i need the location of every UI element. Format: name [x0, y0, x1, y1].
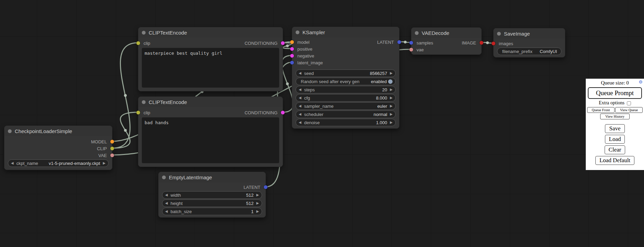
height-widget[interactable]: ◀ height 512 ▶ [162, 199, 262, 207]
input-label: positive [297, 47, 312, 52]
node-title-bar[interactable]: EmptyLatentImage [159, 172, 265, 182]
vae-port[interactable] [409, 48, 413, 52]
decrement-arrow-icon[interactable]: ◀ [165, 193, 168, 197]
input-slot-latent-image: latent_image [292, 59, 399, 66]
random-seed-toggle[interactable]: Random seed after every gen enabled [296, 78, 396, 85]
image-port[interactable] [480, 41, 483, 45]
load-default-button[interactable]: Load Default [595, 156, 634, 165]
decrement-arrow-icon[interactable]: ◀ [299, 113, 301, 116]
decrement-arrow-icon[interactable]: ◀ [299, 88, 301, 91]
cfg-widget[interactable]: ◀ cfg 8.000 ▶ [296, 94, 396, 102]
comfy-menu-panel: Queue size: 0 ⚙ Queue Prompt Extra optio… [586, 79, 644, 170]
vae-port[interactable] [110, 154, 114, 157]
increment-arrow-icon[interactable]: ▶ [390, 121, 393, 124]
toggle-knob-icon[interactable] [388, 79, 393, 84]
node-title-bar[interactable]: CLIPTextEncode [138, 97, 283, 107]
node-title: EmptyLatentImage [169, 174, 212, 180]
decrement-arrow-icon[interactable]: ◀ [165, 210, 168, 213]
view-history-button[interactable]: View History [600, 114, 630, 119]
graph-canvas[interactable]: CheckpointLoaderSimple MODEL CLIP VAE ◀ … [0, 0, 644, 247]
collapse-dot[interactable] [497, 32, 501, 36]
settings-gear-icon[interactable]: ⚙ [639, 80, 643, 84]
increment-arrow-icon[interactable]: ▶ [256, 193, 259, 197]
output-slot-model: MODEL [4, 138, 112, 145]
collapse-dot[interactable] [142, 100, 146, 104]
queue-prompt-button[interactable]: Queue Prompt [588, 87, 642, 99]
node-title-bar[interactable]: CLIPTextEncode [138, 27, 283, 38]
queue-front-button[interactable]: Queue Front [587, 107, 615, 113]
node-title-bar[interactable]: KSampler [292, 27, 399, 37]
decrement-arrow-icon[interactable]: ◀ [165, 202, 168, 205]
collapse-dot[interactable] [415, 31, 419, 35]
node-title-bar[interactable]: SaveImage [494, 28, 565, 39]
batch-size-widget[interactable]: ◀ batch_size 1 ▶ [162, 208, 262, 215]
scheduler-widget[interactable]: ◀ scheduler normal ▶ [296, 110, 396, 118]
increment-arrow-icon[interactable]: ▶ [256, 210, 259, 213]
increment-arrow-icon[interactable]: ▶ [256, 202, 259, 205]
denoise-widget[interactable]: ◀ denoise 1.000 ▶ [296, 119, 396, 126]
images-port[interactable] [492, 42, 495, 46]
conditioning-port[interactable] [281, 111, 285, 115]
node-title: CLIPTextEncode [149, 30, 187, 36]
output-slot-conditioning: CONDITIONING [138, 109, 283, 116]
collapse-dot[interactable] [296, 30, 299, 34]
extra-options-label: Extra options [599, 100, 624, 105]
decrement-arrow-icon[interactable]: ◀ [299, 104, 301, 108]
prompt-textarea[interactable]: bad hands [142, 117, 279, 163]
view-queue-button[interactable]: View Queue [615, 107, 643, 113]
widget-value: ComfyUI [540, 49, 557, 54]
latent-image-port[interactable] [290, 61, 294, 65]
seed-widget[interactable]: ◀ seed 8566257 ▶ [296, 69, 396, 77]
output-slot-vae: VAE [4, 152, 112, 159]
node-save-image[interactable]: SaveImage images filename_prefix ComfyUI [493, 28, 565, 57]
node-title-bar[interactable]: CheckpointLoaderSimple [4, 126, 112, 136]
increment-arrow-icon[interactable]: ▶ [390, 96, 393, 100]
increment-arrow-icon[interactable]: ▶ [390, 104, 393, 108]
extra-options-checkbox[interactable] [627, 101, 631, 105]
collapse-dot[interactable] [142, 31, 146, 35]
save-button[interactable]: Save [605, 124, 624, 133]
model-port[interactable] [110, 140, 114, 144]
increment-arrow-icon[interactable]: ▶ [103, 161, 106, 165]
widget-value: 8566257 [370, 71, 387, 76]
load-button[interactable]: Load [605, 135, 625, 144]
output-slot-latent: LATENT [292, 39, 399, 46]
decrement-arrow-icon[interactable]: ◀ [299, 96, 301, 100]
node-clip-text-encode-negative[interactable]: CLIPTextEncode clip CONDITIONING bad han… [138, 96, 283, 167]
steps-widget[interactable]: ◀ steps 20 ▶ [296, 86, 396, 93]
widget-label: height [171, 201, 246, 206]
negative-port[interactable] [290, 54, 294, 58]
decrement-arrow-icon[interactable]: ◀ [11, 161, 14, 165]
widget-value: 20 [382, 87, 387, 92]
collapse-dot[interactable] [162, 176, 166, 179]
ckpt-name-widget[interactable]: ◀ ckpt_name v1-5-pruned-emaonly.ckpt ▶ [8, 159, 109, 167]
latent-port[interactable] [397, 40, 401, 44]
widget-label: seed [304, 71, 370, 76]
decrement-arrow-icon[interactable]: ◀ [299, 121, 301, 124]
increment-arrow-icon[interactable]: ▶ [390, 72, 393, 75]
clear-button[interactable]: Clear [605, 145, 626, 154]
node-clip-text-encode-positive[interactable]: CLIPTextEncode clip CONDITIONING masterp… [138, 27, 283, 91]
increment-arrow-icon[interactable]: ▶ [390, 88, 393, 91]
increment-arrow-icon[interactable]: ▶ [390, 113, 393, 116]
node-empty-latent-image[interactable]: EmptyLatentImage LATENT ◀ width 512 ▶ ◀ … [158, 172, 266, 218]
filename-prefix-widget[interactable]: filename_prefix ComfyUI [497, 48, 561, 55]
sampler-name-widget[interactable]: ◀ sampler_name euler ▶ [296, 102, 396, 110]
width-widget[interactable]: ◀ width 512 ▶ [162, 191, 262, 199]
positive-port[interactable] [290, 47, 294, 51]
conditioning-port[interactable] [281, 41, 285, 45]
latent-port[interactable] [264, 185, 268, 189]
clip-port[interactable] [110, 147, 114, 151]
input-slot-positive: positive [292, 46, 399, 52]
collapse-dot[interactable] [8, 129, 12, 133]
input-label: vae [417, 47, 424, 52]
node-title-bar[interactable]: VAEDecode [411, 28, 481, 38]
node-vae-decode[interactable]: VAEDecode samples vae IMAGE [411, 27, 482, 55]
prompt-textarea[interactable]: masterpiece best quality girl [142, 48, 279, 88]
output-slot-latent: LATENT [159, 184, 265, 191]
decrement-arrow-icon[interactable]: ◀ [299, 72, 301, 75]
input-slot-images: images [494, 40, 565, 47]
node-checkpoint-loader[interactable]: CheckpointLoaderSimple MODEL CLIP VAE ◀ … [4, 126, 112, 170]
output-slot-conditioning: CONDITIONING [138, 40, 283, 47]
node-ksampler[interactable]: KSampler model positive negative latent_… [292, 27, 399, 129]
